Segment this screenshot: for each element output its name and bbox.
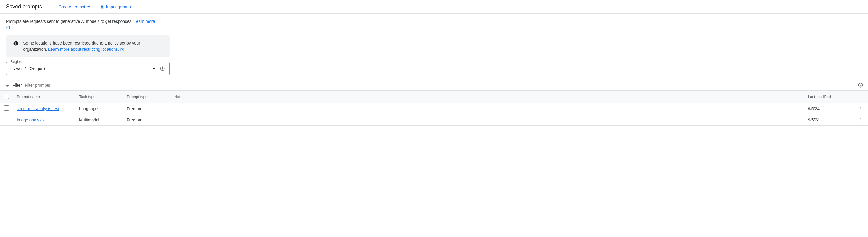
modified-cell: 9/5/24: [804, 114, 855, 126]
page-title: Saved prompts: [6, 4, 42, 10]
row-checkbox[interactable]: [4, 105, 9, 111]
chevron-down-icon: [87, 6, 90, 8]
upload-icon: [100, 4, 104, 9]
region-label: Region: [9, 60, 23, 64]
info-text-wrap: Some locations have been restricted due …: [23, 40, 165, 53]
svg-point-8: [861, 120, 862, 120]
filter-input[interactable]: [25, 83, 855, 88]
info-icon: [11, 40, 19, 46]
select-all-header: [0, 91, 13, 103]
filter-icon: [5, 82, 10, 88]
external-link-icon: [120, 48, 124, 52]
row-checkbox[interactable]: [4, 117, 9, 122]
more-options-icon[interactable]: [859, 106, 864, 111]
region-select[interactable]: us-west1 (Oregon): [6, 62, 169, 75]
svg-point-4: [861, 107, 862, 108]
create-prompt-label: Create prompt: [59, 4, 85, 9]
import-prompt-label: Import prompt: [106, 4, 132, 9]
prompt-type-cell: Freeform: [123, 114, 171, 126]
task-type-cell: Multimodal: [75, 114, 123, 126]
filter-bar: Filter: [0, 80, 868, 91]
filter-label-wrap: Filter: [5, 82, 22, 88]
col-header-menu: [855, 91, 868, 103]
external-link-icon: [6, 25, 10, 29]
svg-point-1: [162, 69, 162, 70]
header-bar: Saved prompts Create prompt Import promp…: [0, 0, 868, 14]
select-all-checkbox[interactable]: [4, 94, 9, 99]
prompts-table: Prompt name Task type Prompt type Notes …: [0, 91, 868, 126]
col-header-modified[interactable]: Last modified: [804, 91, 855, 103]
region-right: [153, 66, 165, 71]
info-banner: Some locations have been restricted due …: [6, 35, 169, 57]
task-type-cell: Language: [75, 103, 123, 114]
col-header-name[interactable]: Prompt name: [13, 91, 75, 103]
table-header-row: Prompt name Task type Prompt type Notes …: [0, 91, 868, 103]
learn-more-link[interactable]: Learn more: [134, 19, 155, 24]
intro-section: Prompts are requests sent to generative …: [0, 14, 173, 32]
intro-text: Prompts are requests sent to generative …: [6, 19, 134, 24]
notes-cell: [171, 114, 804, 126]
svg-point-7: [861, 118, 862, 119]
prompt-name-link[interactable]: sentiment-analysis-test: [17, 106, 59, 111]
notes-cell: [171, 103, 804, 114]
region-select-wrap: Region us-west1 (Oregon): [6, 62, 169, 75]
svg-point-6: [861, 110, 862, 110]
col-header-notes[interactable]: Notes: [171, 91, 804, 103]
svg-point-5: [861, 108, 862, 109]
create-prompt-button[interactable]: Create prompt: [59, 4, 90, 9]
svg-point-9: [861, 121, 862, 122]
table-row: sentiment-analysis-testLanguageFreeform9…: [0, 103, 868, 114]
filter-label: Filter: [12, 83, 22, 88]
modified-cell: 9/5/24: [804, 103, 855, 114]
svg-point-3: [860, 86, 861, 87]
prompt-type-cell: Freeform: [123, 103, 171, 114]
more-options-icon[interactable]: [859, 117, 864, 122]
region-value: us-west1 (Oregon): [10, 66, 45, 71]
help-icon[interactable]: [858, 82, 863, 88]
col-header-task[interactable]: Task type: [75, 91, 123, 103]
col-header-type[interactable]: Prompt type: [123, 91, 171, 103]
table-row: Image analysisMultimodalFreeform9/5/24: [0, 114, 868, 126]
help-icon[interactable]: [160, 66, 165, 71]
prompt-name-link[interactable]: Image analysis: [17, 117, 44, 122]
import-prompt-button[interactable]: Import prompt: [100, 4, 132, 9]
restrict-locations-link[interactable]: Learn more about restricting locations.: [48, 47, 119, 52]
chevron-down-icon: [153, 68, 156, 69]
